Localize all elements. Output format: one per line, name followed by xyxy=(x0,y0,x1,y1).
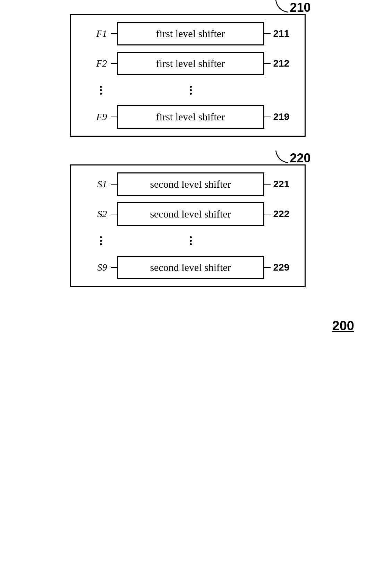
s9-connector xyxy=(264,267,271,268)
s2-label: S2 xyxy=(88,208,107,220)
f1-connector xyxy=(264,33,271,34)
dot10 xyxy=(190,236,192,238)
diagram-container: 210 F1 first level shifter 211 F2 first … xyxy=(21,14,354,333)
f9-arrow xyxy=(111,117,117,117)
f9-shifter-box: first level shifter xyxy=(117,105,264,129)
group1-label: 210 xyxy=(290,1,310,14)
group-210: 210 F1 first level shifter 211 F2 first … xyxy=(70,14,306,137)
f1-arrow xyxy=(111,33,117,34)
f9-number: 219 xyxy=(273,111,294,122)
f2-arrow xyxy=(111,63,117,64)
s9-arrow xyxy=(111,267,117,268)
dot3 xyxy=(100,93,102,95)
group1-outer-box: F1 first level shifter 211 F2 first leve… xyxy=(70,14,306,137)
s1-number: 221 xyxy=(273,179,294,190)
dot11 xyxy=(190,240,192,242)
group-220: 220 S1 second level shifter 221 S2 secon… xyxy=(70,164,306,287)
s1-label: S1 xyxy=(88,179,107,190)
bottom-label-200: 200 xyxy=(118,318,354,333)
f1-label: F1 xyxy=(88,28,107,39)
dot8 xyxy=(100,240,102,242)
row-s1: S1 second level shifter 221 xyxy=(88,172,294,196)
dot2 xyxy=(100,89,102,91)
f2-number: 212 xyxy=(273,58,294,69)
s9-number: 229 xyxy=(273,262,294,273)
dot6 xyxy=(190,93,192,95)
f2-connector xyxy=(264,63,271,64)
group2-dots-center xyxy=(118,236,264,245)
f1-shifter-box: first level shifter xyxy=(117,22,264,45)
dot9 xyxy=(100,243,102,245)
group2-dots-left xyxy=(88,236,118,245)
dot4 xyxy=(190,86,192,88)
group1-dots-left xyxy=(88,86,118,95)
f9-label: F9 xyxy=(88,111,107,122)
dot12 xyxy=(190,243,192,245)
f1-number: 211 xyxy=(273,28,294,39)
s9-shifter-box: second level shifter xyxy=(117,256,264,279)
row-f9: F9 first level shifter 219 xyxy=(88,105,294,129)
group2-label: 220 xyxy=(290,152,310,164)
f2-label: F2 xyxy=(88,58,107,69)
row-f2: F2 first level shifter 212 xyxy=(88,52,294,75)
s2-shifter-box: second level shifter xyxy=(117,202,264,226)
group1-dots-row xyxy=(88,82,294,99)
bracket-220-icon xyxy=(271,147,290,164)
dot7 xyxy=(100,236,102,238)
f9-connector xyxy=(264,117,271,117)
dot1 xyxy=(100,86,102,88)
s9-label: S9 xyxy=(88,262,107,273)
group2-outer-box: S1 second level shifter 221 S2 second le… xyxy=(70,164,306,287)
s1-shifter-box: second level shifter xyxy=(117,172,264,196)
group2-dots-row xyxy=(88,232,294,249)
s2-connector xyxy=(264,214,271,214)
row-f1: F1 first level shifter 211 xyxy=(88,22,294,45)
bracket-210-icon xyxy=(271,0,290,14)
dot5 xyxy=(190,89,192,91)
s2-arrow xyxy=(111,214,117,214)
s2-number: 222 xyxy=(273,208,294,220)
f2-shifter-box: first level shifter xyxy=(117,52,264,75)
s1-connector xyxy=(264,184,271,185)
row-s2: S2 second level shifter 222 xyxy=(88,202,294,226)
s1-arrow xyxy=(111,184,117,185)
row-s9: S9 second level shifter 229 xyxy=(88,256,294,279)
group1-dots-center xyxy=(118,86,264,95)
